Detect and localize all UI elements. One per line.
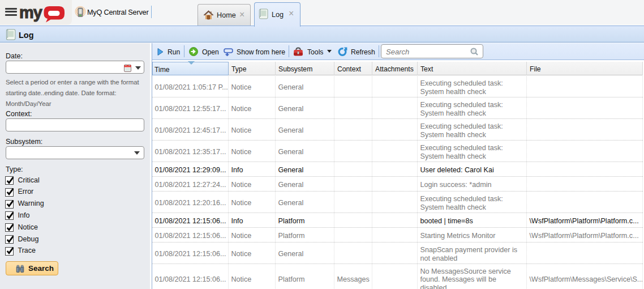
svg-text:my: my <box>19 5 42 22</box>
